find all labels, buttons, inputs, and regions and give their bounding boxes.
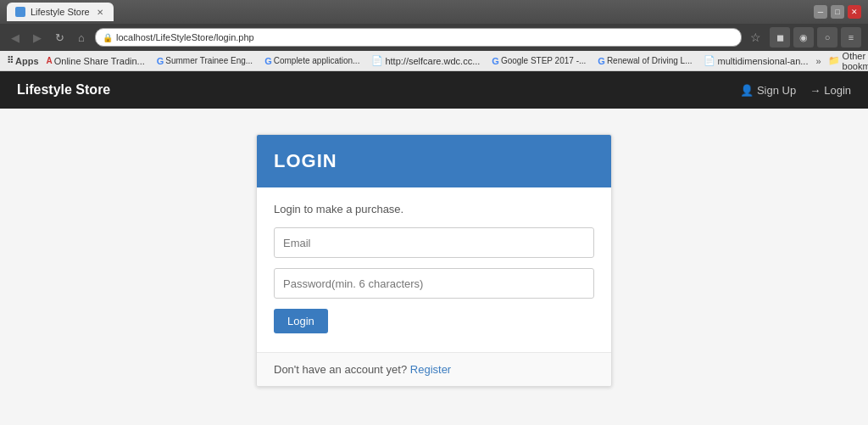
forward-button[interactable]: ▶ bbox=[29, 29, 46, 46]
navbar-links: 👤 Sign Up → Login bbox=[740, 84, 851, 97]
url-box[interactable]: 🔒 localhost/LifeStyleStore/login.php bbox=[95, 28, 742, 47]
browser-chrome: Lifestyle Store ✕ ─ □ ✕ ◀ ▶ ↻ ⌂ 🔒 localh… bbox=[0, 0, 868, 71]
email-input[interactable] bbox=[274, 227, 594, 258]
bookmark-label-2: Summer Trainee Eng... bbox=[165, 56, 253, 65]
login-card-body: Login to make a purchase. Login bbox=[257, 187, 611, 352]
bookmark-label-3: Complete application... bbox=[274, 56, 360, 65]
login-card: LOGIN Login to make a purchase. Login Do… bbox=[256, 134, 612, 387]
apps-button[interactable]: ⠿ Apps bbox=[7, 55, 39, 66]
bookmark-icon-5: G bbox=[492, 56, 499, 66]
browser-action-buttons: ◼ ◉ ○ ≡ bbox=[770, 27, 861, 48]
bookmark-icon-4: 📄 bbox=[371, 55, 383, 66]
lock-icon: 🔒 bbox=[103, 33, 113, 42]
back-button[interactable]: ◀ bbox=[7, 29, 24, 46]
bookmark-google-step[interactable]: G Google STEP 2017 -... bbox=[487, 55, 590, 67]
address-bar: ◀ ▶ ↻ ⌂ 🔒 localhost/LifeStyleStore/login… bbox=[0, 24, 868, 51]
login-subtitle: Login to make a purchase. bbox=[274, 203, 594, 215]
bookmark-label-6: Renewal of Driving L... bbox=[607, 56, 693, 65]
bookmark-summer-trainee[interactable]: G Summer Trainee Eng... bbox=[153, 55, 257, 67]
login-arrow-icon: → bbox=[810, 84, 821, 97]
bookmark-icon-6: G bbox=[598, 56, 605, 66]
bookmark-icon-7: 📄 bbox=[704, 55, 715, 66]
apps-icon: ⠿ bbox=[7, 55, 14, 66]
bookmark-complete-app[interactable]: G Complete application... bbox=[260, 55, 364, 67]
navbar: Lifestyle Store 👤 Sign Up → Login bbox=[0, 71, 868, 109]
login-button[interactable]: Login bbox=[274, 309, 328, 333]
tab-close-button[interactable]: ✕ bbox=[95, 7, 105, 17]
navbar-brand[interactable]: Lifestyle Store bbox=[17, 82, 740, 98]
signup-label: Sign Up bbox=[757, 84, 796, 97]
title-bar: Lifestyle Store ✕ ─ □ ✕ bbox=[0, 0, 868, 24]
minimize-button[interactable]: ─ bbox=[814, 5, 827, 19]
bookmark-label-1: Online Share Tradin... bbox=[54, 56, 145, 66]
browser-tab[interactable]: Lifestyle Store ✕ bbox=[7, 3, 114, 21]
bookmark-renewal[interactable]: G Renewal of Driving L... bbox=[593, 55, 696, 67]
bookmark-icon-2: G bbox=[157, 56, 164, 66]
extension-button-1[interactable]: ◼ bbox=[770, 27, 790, 48]
extension-button-3[interactable]: ○ bbox=[817, 27, 837, 48]
bookmark-label-5: Google STEP 2017 -... bbox=[501, 56, 586, 65]
more-label: » bbox=[815, 56, 821, 66]
page-content: LOGIN Login to make a purchase. Login Do… bbox=[0, 109, 868, 425]
password-input[interactable] bbox=[274, 268, 594, 299]
bookmark-star[interactable]: ☆ bbox=[750, 31, 761, 44]
tab-title: Lifestyle Store bbox=[31, 7, 90, 17]
bookmark-multidimensional[interactable]: 📄 multidimensional-an... bbox=[699, 54, 812, 67]
bookmark-icon-3: G bbox=[264, 56, 272, 66]
bookmarks-bar: ⠿ Apps A Online Share Tradin... G Summer… bbox=[0, 51, 868, 71]
apps-label: Apps bbox=[15, 56, 39, 66]
footer-text: Don't have an account yet? bbox=[274, 363, 407, 376]
bookmark-label-4: http://selfcare.wdc.cc... bbox=[385, 56, 480, 66]
login-title: LOGIN bbox=[274, 150, 594, 172]
login-card-header: LOGIN bbox=[257, 135, 611, 187]
bookmark-icon-1: A bbox=[47, 56, 53, 65]
bookmark-selfcare[interactable]: 📄 http://selfcare.wdc.cc... bbox=[367, 54, 484, 67]
register-link[interactable]: Register bbox=[410, 363, 451, 376]
tab-favicon bbox=[15, 7, 25, 17]
other-bookmarks-label: Other bookmarks bbox=[843, 51, 868, 71]
url-text: localhost/LifeStyleStore/login.php bbox=[116, 32, 254, 42]
maximize-button[interactable]: □ bbox=[831, 5, 844, 19]
more-bookmarks-button[interactable]: » bbox=[815, 56, 821, 66]
signup-link[interactable]: 👤 Sign Up bbox=[740, 84, 796, 97]
login-label: Login bbox=[824, 84, 851, 97]
bookmark-label-7: multidimensional-an... bbox=[717, 56, 808, 66]
bookmark-online-share[interactable]: A Online Share Tradin... bbox=[42, 55, 149, 67]
menu-button[interactable]: ≡ bbox=[841, 27, 861, 48]
extension-button-2[interactable]: ◉ bbox=[793, 27, 814, 48]
other-bookmarks[interactable]: 📁 Other bookmarks bbox=[828, 51, 868, 71]
user-icon: 👤 bbox=[740, 84, 754, 97]
window-controls: ─ □ ✕ bbox=[814, 5, 861, 19]
home-button[interactable]: ⌂ bbox=[73, 29, 90, 46]
login-link[interactable]: → Login bbox=[810, 84, 851, 97]
reload-button[interactable]: ↻ bbox=[51, 29, 68, 46]
close-button[interactable]: ✕ bbox=[848, 5, 861, 19]
login-card-footer: Don't have an account yet? Register bbox=[257, 352, 611, 386]
folder-icon: 📁 bbox=[828, 55, 840, 66]
